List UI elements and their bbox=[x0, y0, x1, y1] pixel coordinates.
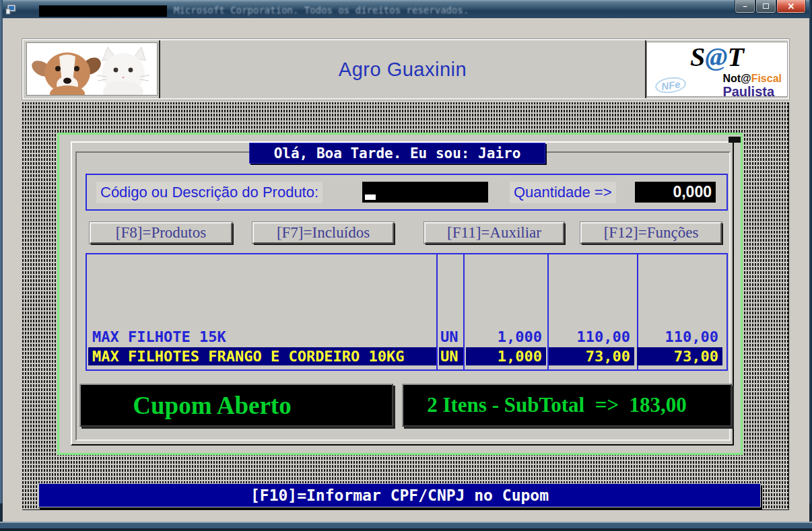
app-window-icon bbox=[5, 3, 17, 15]
panel-grip-handle bbox=[729, 137, 741, 143]
nfe-icon: NFe bbox=[654, 75, 687, 95]
nota-fiscal-paulista-label: Not@Fiscal Paulista bbox=[722, 73, 782, 97]
titlebar-ghost-text: Microsoft Corporation. Todos os direitos… bbox=[174, 5, 469, 15]
dog-and-cat-image bbox=[27, 43, 158, 96]
f10-cpf-cnpj-hint-bar: [F10]=Informar CPF/CNPJ no Cupom bbox=[38, 483, 761, 507]
product-code-input[interactable] bbox=[362, 182, 488, 203]
item-unit: UN bbox=[439, 328, 463, 346]
coupon-status-display: Cupom Aberto bbox=[79, 384, 393, 427]
sat-logo-text: S@T bbox=[647, 44, 787, 71]
quantity-label: Quantidade => bbox=[510, 182, 616, 203]
item-unit-price: 73,00 bbox=[549, 347, 634, 365]
text-cursor bbox=[365, 194, 376, 200]
items-rows: MAX FILHOTE 15K UN 1,000 110,00 110,00 M… bbox=[87, 327, 726, 366]
f12-funcoes-button[interactable]: [F12]=Funções bbox=[580, 222, 722, 244]
application-window: Microsoft Corporation. Todos os direitos… bbox=[0, 0, 812, 531]
window-border-bottom bbox=[0, 522, 812, 531]
redacted-title-text bbox=[39, 5, 167, 17]
f11-auxiliar-button[interactable]: [F11]=Auxiliar bbox=[424, 222, 564, 244]
item-description: MAX FILHOTE 15K bbox=[88, 328, 436, 346]
f8-produtos-button[interactable]: [F8]=Produtos bbox=[90, 222, 232, 244]
item-total: 73,00 bbox=[637, 347, 722, 365]
items-table: MAX FILHOTE 15K UN 1,000 110,00 110,00 M… bbox=[86, 253, 728, 371]
table-row-selected[interactable]: MAX FILHOTES FRANGO E CORDEIRO 10KG UN 1… bbox=[87, 347, 726, 366]
header-panel: Agro Guaxinin S@T NFe Not@Fiscal Paulist… bbox=[22, 39, 789, 100]
item-description: MAX FILHOTES FRANGO E CORDEIRO 10KG bbox=[88, 347, 436, 365]
pets-photo bbox=[26, 42, 158, 96]
item-total: 110,00 bbox=[637, 328, 722, 346]
store-title: Agro Guaxinin bbox=[160, 40, 645, 98]
minimize-button[interactable]: – bbox=[735, 0, 755, 13]
f7-incluidos-button[interactable]: [F7]=Incluídos bbox=[252, 222, 394, 244]
item-quantity: 1,000 bbox=[466, 328, 546, 346]
maximize-icon bbox=[763, 3, 769, 9]
maximize-button[interactable] bbox=[756, 0, 776, 13]
product-entry-group: Código ou Descrição do Produto: Quantida… bbox=[86, 174, 728, 211]
item-unit-price: 110,00 bbox=[549, 328, 634, 346]
greeting-banner: Olá, Boa Tarde. Eu sou: Jairo bbox=[249, 143, 545, 164]
item-unit: UN bbox=[439, 347, 463, 365]
close-button[interactable]: ✕ bbox=[777, 0, 805, 13]
window-border-right bbox=[809, 0, 812, 503]
titlebar[interactable]: Microsoft Corporation. Todos os direitos… bbox=[0, 0, 812, 18]
table-row[interactable]: MAX FILHOTE 15K UN 1,000 110,00 110,00 bbox=[87, 327, 726, 347]
sat-logo: S@T NFe Not@Fiscal Paulista bbox=[646, 42, 788, 97]
product-code-label: Código ou Descrição do Produto: bbox=[96, 182, 323, 203]
item-quantity: 1,000 bbox=[466, 347, 546, 365]
quantity-input[interactable]: 0,000 bbox=[635, 182, 716, 203]
subtotal-display: 2 Itens - SubTotal => 183,00 bbox=[402, 384, 732, 427]
